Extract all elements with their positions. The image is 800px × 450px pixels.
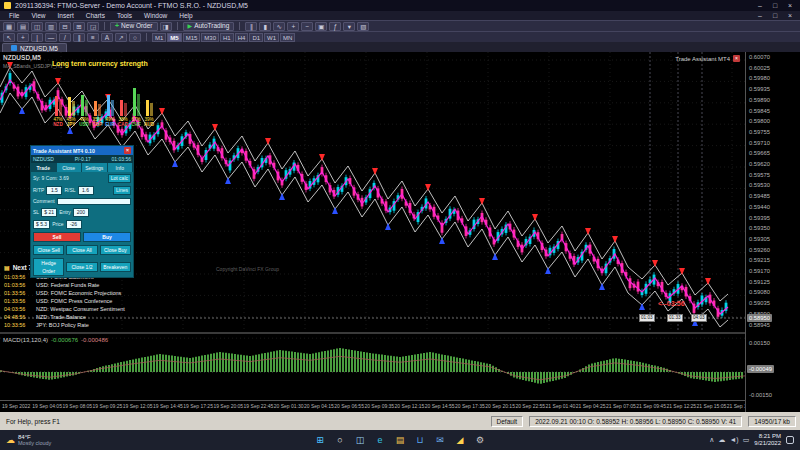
horizontal-line-icon[interactable]: — [45, 33, 57, 42]
ea-close-icon[interactable]: × [733, 55, 740, 62]
rsl-input[interactable]: 1.6 [78, 186, 94, 195]
minimize-button[interactable]: – [754, 1, 766, 10]
timeframe-w1[interactable]: W1 [264, 33, 279, 42]
trade-panel-sl-row: SL $ 21 Entry 200 [31, 206, 133, 218]
file-explorer-icon[interactable]: ▤ [394, 434, 406, 446]
zoom-in-icon[interactable]: + [287, 22, 299, 31]
trade-panel-tab-close[interactable]: Close [57, 163, 83, 172]
onedrive-icon[interactable]: ☁ [718, 436, 725, 444]
buy-button[interactable]: Buy [83, 232, 131, 242]
close-sell-button[interactable]: Close Sell [33, 245, 64, 255]
fibonacci-icon[interactable]: ≡ [87, 33, 99, 42]
vertical-line-icon[interactable]: | [31, 33, 43, 42]
new-chart-icon[interactable]: ▦ [3, 22, 15, 31]
cursor-icon[interactable]: ↖ [3, 33, 15, 42]
indicators-icon[interactable]: ƒ [329, 22, 341, 31]
close-half-button[interactable]: Close 1/2 [66, 262, 97, 272]
metatrader-icon[interactable]: ◢ [454, 434, 466, 446]
metaeditor-icon[interactable]: ◨ [160, 22, 172, 31]
line-chart-icon[interactable]: ∿ [273, 22, 285, 31]
breakeven-button[interactable]: Breakeven [100, 262, 131, 272]
time-axis[interactable]: 19 Sep 202219 Sep 04:0519 Sep 08:0519 Se… [0, 400, 745, 412]
menu-window[interactable]: Window [139, 12, 172, 19]
trade-panel-tab-trade[interactable]: Trade [31, 163, 57, 172]
chart-maximize-button[interactable]: □ [769, 11, 781, 20]
maximize-button[interactable]: □ [769, 1, 781, 10]
entry-input[interactable]: 200 [73, 208, 89, 217]
rtp-input[interactable]: 1.5 [46, 186, 62, 195]
timeframe-d1[interactable]: D1 [249, 33, 263, 42]
menu-file[interactable]: File [4, 12, 24, 19]
chart-minimize-button[interactable]: – [754, 11, 766, 20]
data-window-icon[interactable]: ▥ [45, 22, 57, 31]
search-icon[interactable]: ○ [334, 434, 346, 446]
text-icon[interactable]: A [101, 33, 113, 42]
menu-charts[interactable]: Charts [81, 12, 110, 19]
timeframe-h4[interactable]: H4 [235, 33, 249, 42]
chart-area[interactable]: NZDUSD,M5 MA_SBands_USDJPY_H1 Trade Assi… [0, 52, 745, 412]
comment-input[interactable] [57, 198, 131, 205]
autotrading-button[interactable]: ▶AutoTrading [183, 22, 235, 31]
channel-icon[interactable]: ∥ [73, 33, 85, 42]
terminal-icon[interactable]: ⊞ [73, 22, 85, 31]
store-icon[interactable]: ⊔ [414, 434, 426, 446]
shapes-icon[interactable]: ○ [129, 33, 141, 42]
timeframe-m1[interactable]: M1 [152, 33, 166, 42]
candlestick-icon[interactable]: ▮ [259, 22, 271, 31]
task-view-icon[interactable]: ◫ [354, 434, 366, 446]
close-icon[interactable]: × [124, 147, 131, 154]
navigator-icon[interactable]: ⊟ [59, 22, 71, 31]
timeframe-h1[interactable]: H1 [220, 33, 234, 42]
price-input[interactable]: -26 [66, 220, 82, 229]
trade-panel-tab-settings[interactable]: Settings [82, 163, 108, 172]
menu-view[interactable]: View [26, 12, 50, 19]
menu-help[interactable]: Help [174, 12, 197, 19]
price-axis[interactable]: 0.600700.600250.599800.599350.598900.598… [745, 52, 800, 412]
strategy-tester-icon[interactable]: ◲ [87, 22, 99, 31]
lines-button[interactable]: Lines [113, 186, 131, 195]
sell-button[interactable]: Sell [33, 232, 81, 242]
periods-icon[interactable]: ▾ [343, 22, 355, 31]
taskbar-clock[interactable]: 8:21 PM 9/21/2022 [754, 433, 781, 447]
templates-icon[interactable]: ▧ [357, 22, 369, 31]
settings-icon[interactable]: ⚙ [474, 434, 486, 446]
new-order-button[interactable]: +New Order [110, 22, 158, 31]
crosshair-icon[interactable]: + [17, 33, 29, 42]
sl-input[interactable]: $ 21 [41, 208, 57, 217]
time-axis-label: 19 Sep 04:05 [32, 403, 62, 409]
start-button[interactable]: ⊞ [314, 434, 326, 446]
trade-panel-tab-info[interactable]: Info [108, 163, 134, 172]
zoom-out-icon[interactable]: − [301, 22, 313, 31]
menu-tools[interactable]: Tools [112, 12, 137, 19]
market-watch-icon[interactable]: ◫ [31, 22, 43, 31]
profiles-icon[interactable]: ▤ [17, 22, 29, 31]
tile-windows-icon[interactable]: ▣ [315, 22, 327, 31]
chart-tab-nzdusd-m5[interactable]: NZDUSD,M5 [2, 43, 67, 52]
timeframe-mn[interactable]: MN [280, 33, 295, 42]
battery-icon[interactable]: ▭ [743, 436, 750, 444]
bar-chart-icon[interactable]: ∥ [245, 22, 257, 31]
lot-calc-button[interactable]: Lot calc [108, 174, 131, 183]
trendline-icon[interactable]: / [59, 33, 71, 42]
timeframe-m15[interactable]: M15 [183, 33, 201, 42]
hedge-order-button[interactable]: Hedge Order [33, 258, 64, 276]
timeframe-m30[interactable]: M30 [201, 33, 219, 42]
notification-bell-icon[interactable] [786, 436, 794, 444]
tray-expand-icon[interactable]: ∧ [709, 436, 714, 444]
menu-insert[interactable]: Insert [52, 12, 78, 19]
close-all-button[interactable]: Close All [66, 245, 97, 255]
trade-assistant-panel[interactable]: Trade Assistant MT4 0.10 × NZDUSD P/-0.1… [30, 145, 134, 278]
weather-widget[interactable]: ☁ 84°F Mostly cloudy [6, 434, 51, 447]
risk-input[interactable]: $ 5.3 [33, 220, 50, 229]
chart-close-button[interactable]: × [784, 11, 796, 20]
close-button[interactable]: × [784, 1, 796, 10]
arrows-icon[interactable]: ↗ [115, 33, 127, 42]
edge-icon[interactable]: e [374, 434, 386, 446]
plus-icon: + [115, 22, 119, 30]
status-profile[interactable]: Default [491, 416, 524, 427]
timeframe-m5[interactable]: M5 [167, 33, 181, 42]
volume-icon[interactable]: ◄) [729, 436, 738, 444]
trade-panel-title[interactable]: Trade Assistant MT4 0.10 × [31, 146, 133, 155]
close-buy-button[interactable]: Close Buy [100, 245, 131, 255]
mail-icon[interactable]: ✉ [434, 434, 446, 446]
